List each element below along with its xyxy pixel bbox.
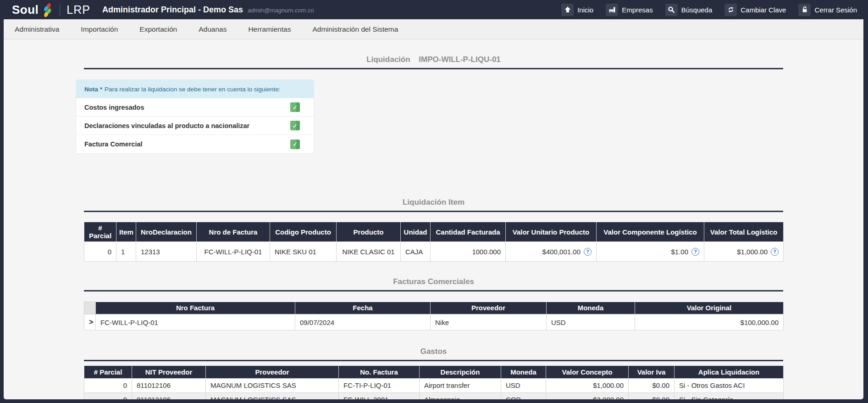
cell-parcial: 0 <box>84 378 132 392</box>
menu-item-cerrar-sesion[interactable]: Cerrar Sesión <box>798 4 857 16</box>
section-title-liquidacion-item: Liquidación Item <box>84 198 783 208</box>
help-icon[interactable]: ? <box>771 248 779 256</box>
cell-aplica-liquidacion: Si - Sin Categoría <box>674 392 784 399</box>
menu-label: Inicio <box>577 6 593 14</box>
cell-parcial: 0 <box>84 242 116 262</box>
cell-value: $1.00 <box>671 248 688 256</box>
nav-item-exportacion[interactable]: Exportación <box>139 25 177 34</box>
cell-descripcion: Airport transfer <box>420 378 501 392</box>
user-email: admin@magnum.com.co <box>248 7 314 14</box>
section-rule <box>84 290 783 291</box>
checked-checkbox-icon[interactable]: ✓ <box>290 121 300 130</box>
nav-item-administrativa[interactable]: Administrativa <box>15 25 59 34</box>
col-header: Valor Concepto <box>546 366 629 378</box>
cell-valor-concepto: $3,000.00 <box>546 392 629 399</box>
col-header: Moneda <box>501 366 546 378</box>
unlock-icon <box>798 4 811 16</box>
section-title-gastos: Gastos <box>84 347 783 357</box>
menu-item-busqueda[interactable]: Búsqueda <box>665 4 713 16</box>
cell-descripcion: Almacenaje <box>420 392 501 399</box>
cell-fecha: 09/07/2024 <box>295 314 431 330</box>
menu-item-empresas[interactable]: Empresas <box>606 4 653 16</box>
home-icon <box>561 4 574 16</box>
cell-moneda: USD <box>547 314 635 330</box>
col-header: # Parcial <box>84 366 132 378</box>
factory-icon <box>606 4 618 16</box>
page-content: Liquidación IMPO-WILL-P-LIQU-01 Nota * P… <box>4 39 863 399</box>
col-header: Unidad <box>401 222 431 242</box>
nota-header-label: Nota * <box>84 86 102 93</box>
cell-proveedor: MAGNUM LOGISTICS SAS <box>206 378 339 392</box>
cell-cantidad-facturada: 1000.000 <box>431 242 506 262</box>
cell-producto: NIKE CLASIC 01 <box>337 242 401 262</box>
col-header: Valor Original <box>635 302 784 314</box>
cell-nit: 811012106 <box>132 378 206 392</box>
nota-row-costos: Costos ingresados ✓ <box>76 98 314 117</box>
help-icon[interactable]: ? <box>691 248 699 256</box>
facturas-table: Nro Factura Fecha Proveedor Moneda Valor… <box>84 302 784 330</box>
expander-col-header <box>84 302 96 314</box>
table-header-row: # Parcial Item NroDeclaracion Nro de Fac… <box>84 222 784 242</box>
nota-panel: Nota * Para realizar la liquidacion se d… <box>76 79 314 154</box>
table-header-row: # Parcial NIT Proveedor Proveedor No. Fa… <box>84 366 784 378</box>
nota-header: Nota * Para realizar la liquidacion se d… <box>76 80 314 98</box>
app-body: Administrativa Importación Exportación A… <box>4 19 863 399</box>
cell-valor-iva: $0.00 <box>629 378 674 392</box>
col-header: Proveedor <box>206 366 339 378</box>
nota-row-factura: Factura Comercial ✓ <box>76 135 314 153</box>
cell-moneda: COP <box>501 392 546 399</box>
menu-item-inicio[interactable]: Inicio <box>561 4 593 16</box>
nota-row-label: Costos ingresados <box>84 104 144 111</box>
cell-nro-factura: FC-WILL-P-LIQ-01 <box>197 242 270 262</box>
cell-unidad: CAJA <box>401 242 431 262</box>
cell-codigo-producto: NIKE SKU 01 <box>270 242 337 262</box>
app-window: Soul LRP Administrador Principal - Demo … <box>0 0 868 403</box>
col-header: Descripción <box>420 366 501 378</box>
nota-row-label: Declaraciones vinculadas al producto a n… <box>84 122 249 129</box>
nota-header-text: Para realizar la liquidacion se debe ten… <box>105 86 281 93</box>
nav-item-herramientas[interactable]: Herramientas <box>248 25 291 34</box>
table-row: 0 1 12313 FC-WILL-P-LIQ-01 NIKE SKU 01 N… <box>84 242 784 262</box>
section-rule <box>84 360 783 361</box>
gastos-table: # Parcial NIT Proveedor Proveedor No. Fa… <box>84 366 784 399</box>
section-rule <box>84 211 783 212</box>
col-header: # Parcial <box>84 222 116 242</box>
user-title: Administrador Principal - Demo Sas <box>102 5 243 15</box>
col-header: Aplica Liquidacion <box>674 366 784 378</box>
page-title: Liquidación IMPO-WILL-P-LIQU-01 <box>84 55 783 65</box>
section-title-facturas: Facturas Comerciales <box>84 277 783 287</box>
nav-item-administracion-sistema[interactable]: Administración del Sistema <box>312 25 398 34</box>
checked-checkbox-icon[interactable]: ✓ <box>290 102 300 112</box>
col-header: Fecha <box>295 302 431 314</box>
col-header: Valor Unitario Producto <box>506 222 597 242</box>
logo-lrp-text: LRP <box>66 3 90 17</box>
cell-valor-iva: $0.00 <box>629 392 674 399</box>
nota-row-label: Factura Comercial <box>84 140 143 148</box>
cell-value: $1,000.00 <box>737 248 768 256</box>
col-header: Valor Componente Logístico <box>597 222 704 242</box>
cell-valor-componente: $1.00? <box>597 242 704 262</box>
refresh-icon <box>724 4 737 16</box>
nav-item-importacion[interactable]: Importación <box>81 25 118 34</box>
page-title-label: Liquidación <box>366 55 410 64</box>
nota-row-declaraciones: Declaraciones vinculadas al producto a n… <box>76 117 314 135</box>
title-rule <box>84 68 783 69</box>
col-header: Moneda <box>547 302 635 314</box>
col-header: No. Factura <box>339 366 420 378</box>
cell-valor-total: $1,000.00? <box>704 242 784 262</box>
help-icon[interactable]: ? <box>584 248 592 256</box>
cell-proveedor: MAGNUM LOGISTICS SAS <box>206 392 339 399</box>
cell-no-factura: FC-TI-P-LIQ-01 <box>339 378 420 392</box>
cell-item: 1 <box>116 242 136 262</box>
col-header: Nro de Factura <box>197 222 270 242</box>
logo-soul-text: Soul <box>12 3 39 17</box>
cell-valor-concepto: $1,000.00 <box>546 378 629 392</box>
col-header: Producto <box>337 222 401 242</box>
col-header: Valor Iva <box>629 366 674 378</box>
nav-item-aduanas[interactable]: Aduanas <box>199 25 227 34</box>
menu-item-cambiar-clave[interactable]: Cambiar Clave <box>724 4 786 16</box>
row-expander-icon[interactable]: > <box>84 314 96 330</box>
col-header: NIT Proveedor <box>132 366 206 378</box>
checked-checkbox-icon[interactable]: ✓ <box>290 140 300 149</box>
table-row: 0 811012106 MAGNUM LOGISTICS SAS FC-WILL… <box>84 392 784 399</box>
